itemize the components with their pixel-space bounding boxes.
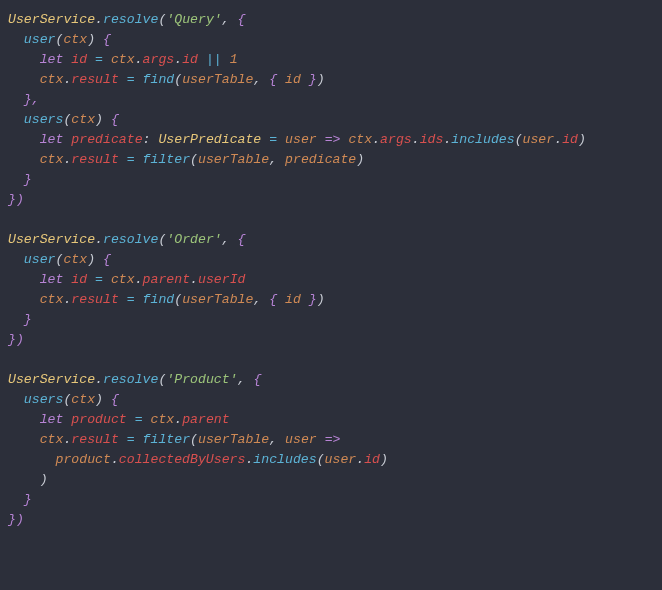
string-Order: 'Order' — [166, 232, 221, 247]
type-UserPredicate: UserPredicate — [158, 132, 261, 147]
method-users: users — [24, 112, 64, 127]
string-Product: 'Product' — [166, 372, 237, 387]
fn-includes: includes — [451, 132, 514, 147]
fn-filter: filter — [143, 152, 190, 167]
method-user: user — [24, 32, 56, 47]
op-or: || — [206, 52, 222, 67]
type-UserService: UserService — [8, 12, 95, 27]
param-ctx: ctx — [63, 32, 87, 47]
number-1: 1 — [230, 52, 238, 67]
var-product: product — [71, 412, 126, 427]
var-predicate: predicate — [71, 132, 142, 147]
arrow: => — [325, 132, 341, 147]
param-user: user — [285, 132, 317, 147]
method-resolve: resolve — [103, 12, 158, 27]
var-id: id — [71, 52, 87, 67]
code-block: UserService.resolve('Query', { user(ctx)… — [0, 0, 662, 540]
fn-find: find — [143, 72, 175, 87]
keyword-let: let — [40, 52, 64, 67]
string-Query: 'Query' — [166, 12, 221, 27]
